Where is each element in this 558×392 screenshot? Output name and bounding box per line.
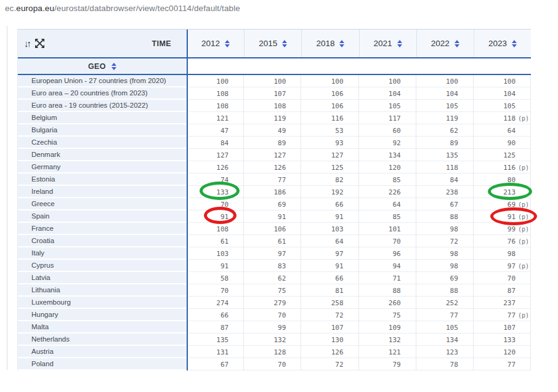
- value-cell: 62: [244, 272, 301, 284]
- value-cell: 85: [359, 174, 416, 186]
- value-cell: 109: [359, 321, 416, 334]
- value-cell: 134: [416, 334, 474, 346]
- geo-row-header: Luxembourg: [18, 297, 187, 309]
- year-sort-icon[interactable]: [512, 40, 517, 47]
- value-cell: 72: [416, 235, 474, 247]
- year-column-header[interactable]: 2018: [301, 30, 358, 57]
- value-cell: 100: [474, 75, 531, 87]
- table-row: Estonia 747782858480: [18, 174, 531, 186]
- value-cell: 104: [474, 87, 531, 100]
- year-column-header[interactable]: 2022: [416, 30, 474, 57]
- value-cell: 96: [359, 247, 416, 260]
- value-cell: 72: [301, 309, 358, 321]
- eurostat-databrowser-page: ec.europa.eu/eurostat/databrowser/view/t…: [0, 0, 558, 392]
- value-cell: 252: [416, 297, 474, 309]
- table-row: Lithuania 707581888887: [18, 284, 531, 297]
- value-cell: 97: [244, 247, 301, 260]
- value-cell: 108: [187, 87, 244, 100]
- year-column-header[interactable]: 2015: [244, 30, 301, 57]
- table-row: Hungary 667072757777(p): [18, 309, 531, 321]
- table-row: European Union - 27 countries (from 2020…: [18, 75, 531, 87]
- table-row: Cyprus 918391949897(p): [18, 260, 531, 272]
- value-cell: 100: [301, 75, 358, 87]
- geo-row-header: European Union - 27 countries (from 2020…: [18, 75, 187, 87]
- value-cell: 103: [187, 247, 244, 260]
- geo-header-cell[interactable]: GEO: [18, 58, 187, 74]
- value-cell: 108: [187, 223, 244, 235]
- value-cell: 108: [244, 100, 301, 112]
- year-label: 2012: [201, 39, 220, 48]
- geo-row-header: Greece: [18, 198, 187, 210]
- table-row: Greece 706966646769(p): [18, 198, 531, 210]
- value-cell: 107: [474, 321, 531, 334]
- value-cell: 69: [416, 272, 474, 284]
- value-cell: 62: [416, 124, 474, 137]
- table-row: Latvia 586266716970: [18, 272, 531, 284]
- geo-row-header: Euro area - 19 countries (2015-2022): [18, 100, 187, 112]
- value-cell: 75: [359, 309, 416, 321]
- table-row: Spain 919191858891(p): [18, 210, 531, 223]
- value-cell: 100: [244, 75, 301, 87]
- value-cell: 77: [244, 174, 301, 186]
- value-cell: 94: [359, 260, 416, 272]
- year-sort-icon[interactable]: [225, 40, 230, 47]
- value-cell: 98: [416, 247, 474, 260]
- table-row: Poland 677072797877: [18, 358, 531, 370]
- table-row: Italy 1039797969898: [18, 247, 531, 260]
- table-row: Luxembourg 274279258260252237: [18, 297, 531, 309]
- year-label: 2021: [374, 39, 392, 48]
- year-label: 2022: [431, 39, 450, 48]
- value-cell: 116(p): [474, 161, 531, 174]
- value-cell: 258: [301, 297, 358, 309]
- year-column-header[interactable]: 2021: [359, 30, 416, 57]
- geo-row-header: Austria: [18, 346, 187, 358]
- value-cell: 70: [244, 309, 301, 321]
- table-row: Ireland 133186192226238213: [18, 186, 531, 198]
- value-cell: 186: [244, 186, 301, 198]
- table-row: Euro area – 20 countries (from 2023) 108…: [18, 87, 531, 100]
- value-cell: 58: [187, 272, 244, 284]
- value-cell: 76(p): [474, 235, 531, 247]
- year-sort-icon[interactable]: [397, 40, 402, 47]
- value-cell: 107: [244, 87, 301, 100]
- geo-sort-icon[interactable]: [111, 63, 116, 70]
- data-table: ↓↑ TIME 2012 2015 2018 2021: [17, 29, 531, 370]
- value-cell: 135: [187, 334, 244, 346]
- value-cell: 91: [301, 260, 358, 272]
- value-cell: 192: [301, 186, 358, 198]
- value-cell: 98: [474, 247, 531, 260]
- value-cell: 274: [187, 297, 244, 309]
- value-cell: 133: [474, 334, 531, 346]
- value-cell: 279: [244, 297, 301, 309]
- geo-row-header: Italy: [18, 247, 187, 260]
- geo-row-header: Lithuania: [18, 284, 187, 297]
- value-cell: 70: [187, 284, 244, 297]
- table-row: Austria 131128126121123120: [18, 346, 531, 358]
- expand-arrows-icon[interactable]: [35, 39, 44, 48]
- value-cell: 127: [187, 149, 244, 161]
- value-cell: 66: [301, 198, 358, 210]
- value-cell: 88: [416, 210, 474, 223]
- year-sort-icon[interactable]: [455, 40, 459, 47]
- table-row: Denmark 127127127134135125: [18, 149, 531, 161]
- value-cell: 135: [416, 149, 474, 161]
- geo-row-header: Denmark: [18, 149, 187, 161]
- geo-row-header: Czechia: [18, 137, 187, 149]
- value-cell: 84: [187, 137, 244, 149]
- value-cell: 82: [301, 174, 358, 186]
- geo-header-spacer: [187, 58, 531, 74]
- value-cell: 105: [359, 100, 416, 112]
- year-sort-icon[interactable]: [339, 40, 344, 47]
- swap-vertical-icon[interactable]: ↓↑: [24, 38, 30, 49]
- year-column-header[interactable]: 2012: [187, 30, 244, 57]
- value-cell: 61: [244, 235, 301, 247]
- header-row: ↓↑ TIME 2012 2015 2018 2021: [18, 30, 531, 57]
- value-cell: 127: [301, 149, 358, 161]
- geo-row-header: Hungary: [18, 309, 187, 321]
- value-cell: 97: [301, 247, 358, 260]
- year-column-header[interactable]: 2023: [474, 30, 531, 57]
- table-row: Euro area - 19 countries (2015-2022) 108…: [18, 100, 531, 112]
- value-cell: 134: [359, 149, 416, 161]
- value-cell: 105: [474, 100, 531, 112]
- year-sort-icon[interactable]: [282, 40, 287, 47]
